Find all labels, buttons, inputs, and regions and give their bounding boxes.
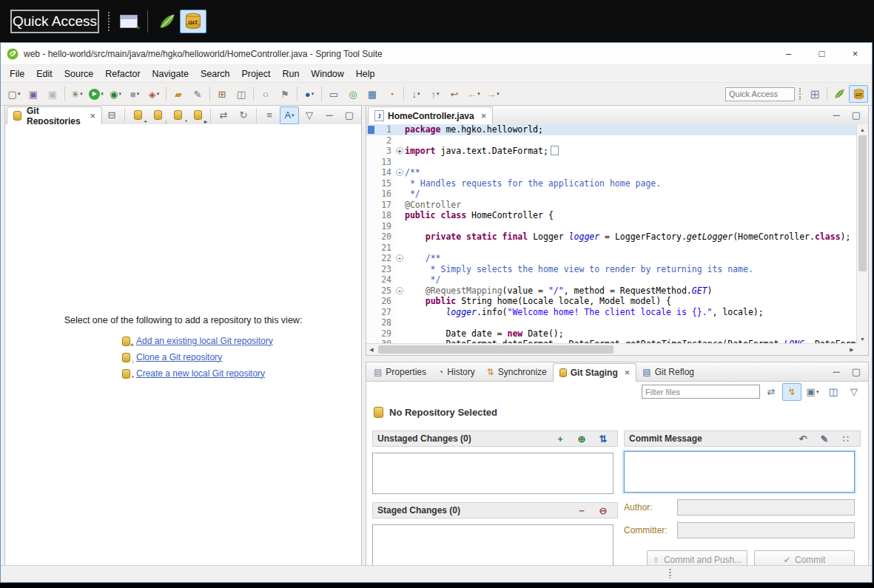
maximize-editor-button[interactable]: ▢	[847, 107, 866, 124]
view-menu-button[interactable]: ▽	[300, 107, 319, 124]
menu-project[interactable]: Project	[236, 67, 277, 81]
sort-toggle-button[interactable]: A▾	[280, 107, 299, 124]
code-line[interactable]: 28	[366, 317, 857, 328]
code-line[interactable]: 19	[366, 221, 857, 232]
save-all-button[interactable]: ▣	[43, 85, 62, 103]
code-line[interactable]: 29 Date date = new Date();	[366, 328, 857, 339]
import-button[interactable]: ▰	[169, 85, 188, 103]
console-button[interactable]: ▭	[324, 85, 343, 103]
fold-marker-icon[interactable]: -	[396, 254, 403, 262]
menu-refactor[interactable]: Refactor	[99, 67, 146, 81]
forward-button[interactable]: →▾	[483, 85, 502, 103]
menu-navigate[interactable]: Navigate	[147, 67, 195, 81]
paste-patch-button[interactable]: ▣▾	[803, 383, 822, 401]
menu-window[interactable]: Window	[305, 67, 349, 81]
clock-button[interactable]: ◔	[382, 85, 401, 103]
scrollbar-thumb[interactable]	[858, 135, 867, 271]
open-perspective-button[interactable]: ⊞	[805, 85, 824, 103]
last-edit-button[interactable]: ↩	[445, 85, 464, 103]
code-line[interactable]: 22- /**	[366, 253, 857, 264]
editor-body[interactable]: 1package me.hgko.helloworld;23+import ja…	[366, 124, 868, 355]
sign-off-button[interactable]: ✎	[815, 430, 834, 447]
user-account-button[interactable]: ●▾	[300, 85, 319, 103]
tab-synchronize[interactable]: ⇅Synchronize	[481, 363, 553, 381]
menu-search[interactable]: Search	[195, 67, 236, 81]
tab-git-repositories[interactable]: Git Repositories ✕	[7, 107, 102, 125]
code-line[interactable]: 18public class HomeController {	[366, 210, 857, 221]
tab-homecontroller-java[interactable]: J HomeController.java ✕	[368, 107, 493, 125]
spring-boot-button[interactable]: ◎	[343, 85, 363, 103]
jar-button[interactable]: ◫	[232, 85, 251, 103]
mark-occurrences-button[interactable]: ⚑	[275, 85, 295, 103]
repo-link-0[interactable]: Add an existing local Git repository	[136, 336, 273, 346]
code-line[interactable]: 2	[366, 135, 857, 146]
committer-field[interactable]	[677, 522, 855, 538]
link-selection-button[interactable]: ⇄	[214, 107, 233, 124]
tab-history[interactable]: ◔History	[432, 363, 481, 381]
repo-link-1[interactable]: Clone a Git repository	[136, 352, 222, 362]
scroll-right-arrow[interactable]: ▶	[847, 344, 857, 355]
code-line[interactable]: 21	[366, 243, 857, 254]
amend-button[interactable]: ↶	[793, 430, 813, 447]
code-line[interactable]: 3+import java.text.DateFormat;	[366, 146, 857, 157]
minimize-editor-button[interactable]: ─	[827, 107, 846, 124]
edit-config-button[interactable]: ✎	[188, 85, 207, 103]
open-perspective-button[interactable]	[117, 13, 141, 30]
profile-button[interactable]: ◉▾	[106, 85, 125, 103]
menu-help[interactable]: Help	[350, 67, 381, 81]
close-tab-icon[interactable]: ✕	[90, 112, 95, 120]
tab-properties[interactable]: ▤Properties	[368, 363, 432, 381]
sash-handle[interactable]	[669, 568, 671, 578]
commit-message-input[interactable]	[624, 451, 855, 493]
filter-files-input[interactable]	[642, 385, 760, 399]
run-button[interactable]: ▶▾	[87, 85, 106, 103]
close-tab-icon[interactable]: ✕	[625, 369, 631, 376]
menu-run[interactable]: Run	[276, 67, 305, 81]
debug-button[interactable]: ✳▾	[67, 85, 87, 103]
back-button[interactable]: ←▾	[464, 85, 483, 103]
quick-access-input[interactable]	[725, 87, 795, 101]
folded-region-box[interactable]	[551, 146, 559, 155]
layout-button[interactable]: ◫	[824, 383, 843, 401]
minimize-staging-button[interactable]: ─	[827, 363, 846, 381]
scroll-left-arrow[interactable]: ◀	[366, 344, 377, 355]
menu-source[interactable]: Source	[58, 67, 100, 81]
sort-files-button[interactable]: ⇅	[594, 430, 613, 447]
code-line[interactable]: 1package me.hgko.helloworld;	[366, 124, 857, 135]
refresh-button[interactable]: ↻	[234, 107, 253, 124]
code-line[interactable]: 14-/**	[366, 167, 857, 178]
search-button[interactable]: ○	[256, 85, 275, 103]
next-annotation-button[interactable]: ↓▾	[406, 85, 426, 103]
staged-changes-list[interactable]	[372, 524, 614, 566]
code-line[interactable]: 13	[366, 157, 857, 168]
unstage-all-button[interactable]: ⊖	[594, 501, 613, 519]
terminate-button[interactable]: ■▾	[125, 85, 144, 103]
maximize-staging-button[interactable]: ▢	[847, 363, 866, 381]
staging-view-menu-button[interactable]: ▽	[844, 383, 864, 401]
add-repo-button[interactable]: +	[128, 107, 147, 124]
code-line[interactable]: 16 */	[366, 189, 857, 200]
author-field[interactable]	[677, 499, 855, 516]
scrollbar-thumb[interactable]	[378, 345, 614, 354]
repo-link-2[interactable]: Create a new local Git repository	[136, 368, 265, 379]
minimize-view-button[interactable]: ─	[320, 107, 339, 124]
code-line[interactable]: 17@Controller	[366, 200, 857, 211]
scroll-up-arrow[interactable]: ▲	[857, 124, 868, 135]
spring-perspective-button[interactable]	[830, 85, 849, 103]
tab-git-reflog[interactable]: ▤Git Reflog	[636, 363, 700, 381]
code-line[interactable]: 23 * Simply selects the home view to ren…	[366, 264, 857, 275]
save-button[interactable]: ▣	[24, 85, 43, 103]
code-line[interactable]: 26 public String home(Locale locale, Mod…	[366, 296, 857, 307]
unstage-selected-button[interactable]: −	[572, 501, 591, 519]
tab-git-staging[interactable]: Git Staging✕	[553, 363, 637, 382]
code-line[interactable]: 25- @RequestMapping(value = "/", method …	[366, 285, 857, 297]
create-repo-button[interactable]: *	[168, 107, 187, 124]
hierarchy-button[interactable]: ≡	[260, 107, 279, 124]
git-perspective-button[interactable]: GIT	[849, 85, 868, 103]
code-line[interactable]: 15 * Handles requests for the applicatio…	[366, 178, 857, 189]
scroll-down-arrow[interactable]: ▼	[857, 334, 868, 344]
repo-groups-button[interactable]: ▸	[188, 107, 207, 124]
new-wizard-button[interactable]: ▢▾	[4, 85, 24, 103]
horizontal-scrollbar[interactable]: ◀ ▶	[366, 343, 857, 355]
maximize-window-button[interactable]: □	[805, 43, 838, 64]
